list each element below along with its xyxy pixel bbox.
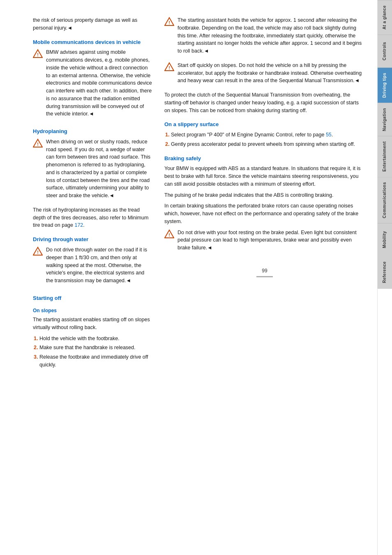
hydroplaning-warning-block: ! When driving on wet or slushy roads, r… — [33, 138, 152, 203]
right-warning-text-1: The starting assistant holds the vehicle… — [178, 16, 365, 55]
braking-safely-para3: In certain braking situations the perfor… — [164, 202, 365, 225]
sidebar-tab-entertainment[interactable]: Entertainment — [378, 136, 392, 177]
braking-safely-para2: The pulsing of he brake pedal indicates … — [164, 191, 365, 199]
main-content: the risk of serious property damage as w… — [0, 0, 377, 555]
page-number: 99 — [262, 268, 267, 274]
intro-text: the risk of serious property damage as w… — [33, 16, 152, 32]
sidebar-tab-navigation[interactable]: Navigation — [378, 103, 392, 136]
driving-water-warning-text: Do not drive through water on the road i… — [46, 246, 152, 285]
list-item: Make sure that the handbrake is released… — [39, 344, 152, 352]
page-wrapper: the risk of serious property damage as w… — [0, 0, 392, 555]
left-column: the risk of serious property damage as w… — [33, 16, 160, 539]
right-warning-block-1: ! The starting assistant holds the vehic… — [164, 16, 365, 58]
on-slippery-heading: On a slippery surface — [164, 121, 365, 129]
braking-warning-block: ! Do not drive with your foot resting on… — [164, 229, 365, 255]
hydroplaning-extra: The risk of hydroplaning increases as th… — [33, 206, 152, 229]
link-page-55[interactable]: 55 — [326, 132, 332, 138]
sidebar: At a glance Controls Driving tips Naviga… — [377, 0, 392, 555]
driving-water-heading: Driving through water — [33, 236, 152, 244]
sidebar-tab-driving-tips[interactable]: Driving tips — [378, 67, 392, 103]
sidebar-tab-reference[interactable]: Reference — [378, 256, 392, 289]
warning-icon-right1: ! — [164, 17, 174, 27]
list-item: Release the footbrake and immediately dr… — [39, 353, 152, 369]
right-warning-text-2: Start off quickly on slopes. Do not hold… — [178, 62, 365, 85]
svg-text:!: ! — [168, 20, 170, 25]
svg-text:!: ! — [168, 65, 170, 70]
warning-icon-mobile: ! — [33, 49, 43, 59]
clutch-protection-text: To protect the clutch of the Sequential … — [164, 91, 365, 114]
link-page-172[interactable]: 172 — [74, 222, 83, 228]
braking-warning-text: Do not drive with your foot resting on t… — [178, 229, 365, 252]
warning-icon-hydroplaning: ! — [33, 138, 43, 148]
sidebar-tab-mobility[interactable]: Mobility — [378, 223, 392, 256]
right-column: ! The starting assistant holds the vehic… — [160, 16, 365, 539]
hydroplaning-heading: Hydroplaning — [33, 128, 152, 136]
sidebar-tab-controls[interactable]: Controls — [378, 35, 392, 67]
svg-text:!: ! — [168, 233, 170, 237]
mobile-comms-warning-block: ! BMW advises against using mobile commu… — [33, 48, 152, 121]
on-slopes-steps: Hold the vehicle with the footbrake. Mak… — [33, 335, 152, 369]
list-item: Select program "P 400" of M Engine Dynam… — [171, 131, 365, 139]
list-item: Gently press accelerator pedal to preven… — [171, 140, 365, 148]
sidebar-tab-at-a-glance[interactable]: At a glance — [378, 0, 392, 35]
on-slopes-intro: The starting assistant enables starting … — [33, 316, 152, 332]
svg-text:!: ! — [37, 142, 39, 147]
starting-off-heading: Starting off — [33, 295, 152, 302]
on-slippery-steps: Select program "P 400" of M Engine Dynam… — [164, 131, 365, 148]
warning-icon-right2: ! — [164, 62, 174, 72]
page-number-area: 99 — [164, 267, 365, 277]
warning-icon-braking: ! — [164, 229, 174, 239]
driving-water-warning-block: ! Do not drive through water on the road… — [33, 246, 152, 288]
braking-safely-heading: Braking safely — [164, 155, 365, 163]
svg-text:!: ! — [37, 52, 39, 57]
sidebar-tab-communications[interactable]: Communications — [378, 177, 392, 223]
on-slopes-heading: On slopes — [33, 307, 152, 314]
braking-safely-para1: Your BMW is equipped with ABS as a stand… — [164, 165, 365, 188]
mobile-comms-heading: Mobile communications devices in vehicle — [33, 39, 152, 46]
mobile-comms-warning-text: BMW advises against using mobile communi… — [46, 48, 152, 118]
warning-icon-water: ! — [33, 246, 43, 256]
page-divider — [256, 276, 273, 277]
list-item: Hold the vehicle with the footbrake. — [39, 335, 152, 343]
svg-text:!: ! — [37, 250, 39, 255]
hydroplaning-warning-text: When driving on wet or slushy roads, red… — [46, 138, 152, 200]
right-warning-block-2: ! Start off quickly on slopes. Do not ho… — [164, 62, 365, 88]
